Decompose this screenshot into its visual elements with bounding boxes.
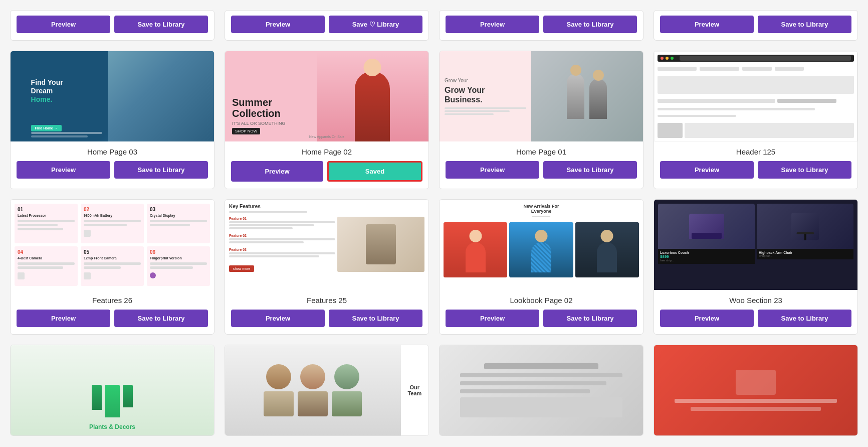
team-member-2 xyxy=(298,364,328,416)
woo-product-name-2: Highback Arm Chair xyxy=(759,251,851,254)
preview-button[interactable]: Preview xyxy=(446,310,539,327)
save-to-library-button[interactable]: Save to Library xyxy=(543,16,637,33)
woo-product-name-1: Luxurious Couch xyxy=(660,251,753,254)
card-header-125: Header 125 Preview Save to Library xyxy=(654,51,858,189)
thumbnail-title: Key Features xyxy=(229,204,424,209)
feature-cell-4: 04 4-Best Camera xyxy=(15,246,78,286)
save-to-library-button[interactable]: Save to Library xyxy=(329,310,422,327)
card-features-26: 01 Latest Processor 02 9800mAh Battery 0… xyxy=(10,199,214,335)
card-thumbnail: Key Features Feature 01 Feature 02 xyxy=(225,200,428,290)
feature-cell-2: 02 9800mAh Battery xyxy=(81,204,144,243)
card-thumbnail: SummerCollection IT'S ALL OR SOMETHING S… xyxy=(225,51,428,141)
card-title: Features 25 xyxy=(225,290,428,310)
saved-button[interactable]: Saved xyxy=(327,161,422,182)
save-to-library-button[interactable]: Save to Library xyxy=(114,16,208,33)
card-woo-section-23: Luxurious Couch $899 free ship... Highba… xyxy=(654,199,858,335)
feature-item-3: Feature 03 xyxy=(229,248,335,257)
person-3 xyxy=(575,222,639,277)
feature-cell-5: 05 12mp Front Camera xyxy=(81,246,144,286)
person-1 xyxy=(444,222,507,277)
woo-item-1: Luxurious Couch $899 free ship... xyxy=(658,204,755,286)
model-area xyxy=(317,51,428,141)
top-partial-card-4: Preview Save to Library xyxy=(654,10,858,41)
card-thumbnail: Plants & Decors xyxy=(11,345,214,435)
woo-shipping-1: free ship... xyxy=(660,259,753,262)
card-home-page-01: Grow Your Grow YourBusiness. xyxy=(439,51,643,189)
thumbnail-footer: New Apparels On Sale xyxy=(309,135,344,138)
card-title: Woo Section 23 xyxy=(654,290,857,310)
card-thumbnail xyxy=(440,345,643,435)
people-row xyxy=(444,222,639,277)
preview-button[interactable]: Preview xyxy=(446,161,539,179)
feature-item-2: Feature 02 xyxy=(229,234,335,243)
card-our-team: Our Team xyxy=(225,345,429,436)
preview-button[interactable]: Preview xyxy=(17,161,110,179)
preview-button[interactable]: Preview xyxy=(660,16,754,33)
card-actions: Preview Save to Library xyxy=(654,161,857,186)
save-to-library-button[interactable]: Save to Library xyxy=(758,16,851,33)
woo-item-2: Highback Arm Chair living for... xyxy=(757,204,853,286)
card-actions: Preview Save to Library xyxy=(11,310,214,334)
thumbnail-eyebrow: Grow Your xyxy=(445,78,526,83)
save-to-library-button[interactable]: Save ♡ Library xyxy=(329,16,422,33)
thumbnail-badge: SHOP NOW xyxy=(232,128,260,134)
card-partial-4 xyxy=(654,345,858,436)
save-to-library-button[interactable]: Save to Library xyxy=(114,310,208,327)
woo-product-info-2: Highback Arm Chair living for... xyxy=(757,249,853,259)
save-to-library-button[interactable]: Save to Library xyxy=(758,161,851,179)
preview-button[interactable]: Preview xyxy=(231,310,325,327)
woo-product-price-1: $899 xyxy=(660,254,753,259)
card-title: Lookbook Page 02 xyxy=(440,290,643,310)
preview-button[interactable]: Preview xyxy=(17,310,110,327)
top-partial-card-1: Preview Save to Library xyxy=(10,10,214,41)
team-member-3 xyxy=(332,364,362,416)
card-actions: Preview Save to Library xyxy=(225,310,428,334)
feature-cell-6: 06 Fingerprint version xyxy=(147,246,210,286)
feature-cell-1: 01 Latest Processor xyxy=(15,204,78,243)
preview-button[interactable]: Preview xyxy=(231,16,325,33)
card-actions: Preview Save to Library xyxy=(440,161,643,186)
save-to-library-button[interactable]: Save to Library xyxy=(543,161,637,179)
show-more-button[interactable]: show more xyxy=(229,265,254,272)
card-thumbnail: New Arrivals For Everyone xyxy=(440,200,643,290)
card-thumbnail: Luxurious Couch $899 free ship... Highba… xyxy=(654,200,857,290)
preview-button[interactable]: Preview xyxy=(660,310,754,327)
card-thumbnail: Find Your Dream Home. Find Home → xyxy=(11,51,214,141)
thumbnail-image xyxy=(531,51,643,141)
feature-item-1: Feature 01 xyxy=(229,217,335,229)
card-thumbnail xyxy=(654,51,857,141)
save-to-library-button[interactable]: Save to Library xyxy=(758,310,851,327)
content-block-1 xyxy=(658,76,854,94)
team-member-1 xyxy=(264,364,294,416)
feature-cell-3: 03 Crystal Display xyxy=(147,204,210,243)
card-title: Home Page 02 xyxy=(225,141,428,161)
save-to-library-button[interactable]: Save to Library xyxy=(543,310,637,327)
browser-bar xyxy=(658,55,854,62)
card-thumbnail: Grow Your Grow YourBusiness. xyxy=(440,51,643,141)
card-lookbook-page-02: New Arrivals For Everyone xyxy=(439,199,643,335)
woo-tagline-2: living for... xyxy=(759,254,851,257)
save-to-library-button[interactable]: Save to Library xyxy=(114,161,208,179)
card-title: Home Page 03 xyxy=(11,141,214,161)
preview-button[interactable]: Preview xyxy=(660,161,754,179)
card-features-25: Key Features Feature 01 Feature 02 xyxy=(225,199,429,335)
card-plants-decors: Plants & Decors xyxy=(10,345,214,436)
preview-button[interactable]: Preview xyxy=(17,16,110,33)
thumbnail-header: New Arrivals For Everyone xyxy=(518,204,564,219)
thumbnail-text: Find Your Dream Home. xyxy=(31,78,63,103)
top-partial-card-2: Preview Save ♡ Library xyxy=(225,10,429,41)
preview-button[interactable]: Preview xyxy=(231,161,323,182)
card-actions: Preview Save to Library xyxy=(440,310,643,334)
card-partial-3 xyxy=(439,345,643,436)
card-title: Home Page 01 xyxy=(440,141,643,161)
card-home-page-02: SummerCollection IT'S ALL OR SOMETHING S… xyxy=(225,51,429,189)
card-title: Header 125 xyxy=(654,141,857,161)
person-2 xyxy=(509,222,573,277)
plants-title: Plants & Decors xyxy=(89,423,135,430)
dot-red xyxy=(661,57,664,60)
dot-yellow xyxy=(666,57,669,60)
card-actions: Preview Save to Library xyxy=(654,310,857,334)
preview-button[interactable]: Preview xyxy=(446,16,539,33)
thumbnail-title: SummerCollection xyxy=(232,97,281,119)
woo-product-image-1 xyxy=(658,204,755,249)
